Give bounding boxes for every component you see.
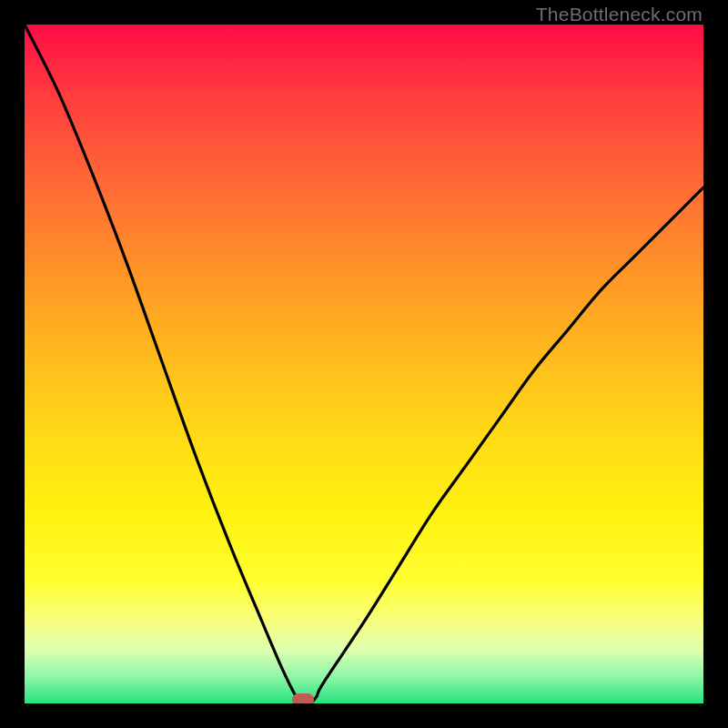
minimum-marker [292,693,314,703]
plot-area [25,25,703,703]
watermark-text: TheBottleneck.com [536,4,703,25]
chart-frame: TheBottleneck.com [0,0,728,728]
plot-background-gradient [25,25,703,703]
